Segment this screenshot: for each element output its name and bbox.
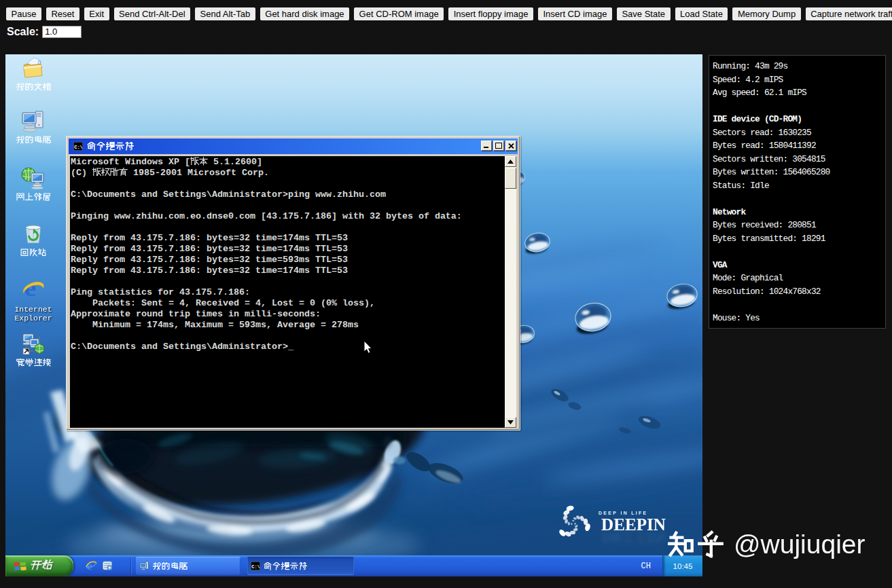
svg-text:C:\: C:\	[74, 145, 83, 150]
svg-text:DEEP IN LIFE: DEEP IN LIFE	[599, 511, 648, 515]
svg-text:C:\: C:\	[251, 564, 260, 570]
svg-text:DEEPIN: DEEPIN	[601, 528, 666, 547]
